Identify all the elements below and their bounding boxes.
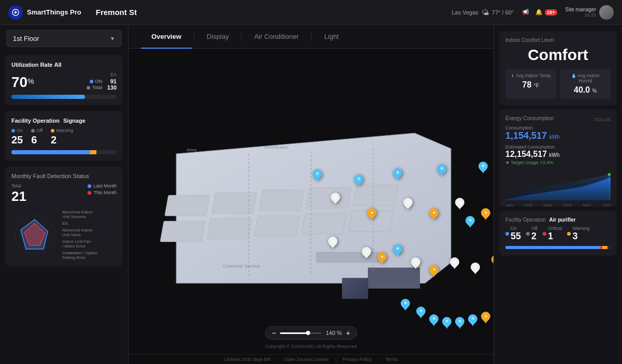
user-avatar[interactable] xyxy=(599,5,614,20)
tab-overview[interactable]: Overview xyxy=(141,25,192,49)
facility-op-right-card: Facility Operation Air purifier On 55 Of… xyxy=(499,211,617,255)
terms-link[interactable]: Terms xyxy=(385,357,398,362)
svg-text:Store: Store xyxy=(187,148,197,152)
main-layout: 1st Floor ▼ Utilization Rate All 70 % EA xyxy=(0,25,622,364)
off-dot xyxy=(31,129,35,133)
map-pin[interactable]: ❄ xyxy=(478,162,488,173)
energy-section-title: Energy Consumption xyxy=(505,115,554,121)
comfort-level: Comfort xyxy=(505,46,611,64)
on-dot xyxy=(11,129,15,133)
notification-area: 📢 🔔 29+ xyxy=(522,9,557,16)
tab-display[interactable]: Display xyxy=(196,25,239,49)
floor-select[interactable]: 1st Floor ▼ xyxy=(6,30,122,47)
svg-rect-15 xyxy=(165,195,210,216)
temp-value: 78 °F xyxy=(510,80,552,90)
floor-plan-svg: Customer Service Store Merchandise xyxy=(145,92,477,309)
map-pin[interactable]: ● xyxy=(481,208,490,220)
fop-off: Off 2 xyxy=(526,226,538,242)
chart-labels: JAN FEB MAR APR MAY JUN xyxy=(505,203,611,208)
zoom-fill xyxy=(280,332,307,334)
fop-on: On 55 xyxy=(505,226,521,242)
svg-rect-19 xyxy=(259,190,304,211)
map-pin[interactable]: ❄ xyxy=(468,314,477,326)
warning-dot xyxy=(51,129,54,133)
energy-card: Energy Consumption 2024.06 Consumption 1… xyxy=(499,109,617,207)
fop-critical-value: 1 xyxy=(548,231,562,242)
comfort-card: Indoor Comfort Level Comfort 🌡 Avg Indoo… xyxy=(499,31,617,105)
month-jan: JAN xyxy=(505,203,513,208)
copyright: Copyright © SAMSUNG All Rights Reserved xyxy=(265,344,357,349)
svg-text:Merchandise: Merchandise xyxy=(264,145,288,150)
fop-warning: Warning 3 xyxy=(567,226,589,242)
notification-badge: 29+ xyxy=(545,9,557,16)
map-area: Customer Service Store Merchandise ❄ ❄ xyxy=(129,49,493,352)
fop-critical: Critical 1 xyxy=(543,226,562,242)
last-month-label: Last Month xyxy=(93,183,117,188)
user-info: Site manager 10:20 xyxy=(566,5,614,20)
est-label: Estimated Consumption xyxy=(505,144,611,150)
map-pin[interactable]: ● xyxy=(481,312,490,324)
tab-divider-2 xyxy=(241,33,242,41)
tab-air-conditioner[interactable]: Air Conditioner xyxy=(244,25,309,49)
bar-warning-seg xyxy=(90,150,96,154)
bell-icon: 🔔 xyxy=(535,9,543,16)
user-time: 10:20 xyxy=(566,12,596,18)
privacy-link[interactable]: Privacy Policy xyxy=(343,357,372,362)
svg-marker-14 xyxy=(342,278,368,299)
zoom-level: 140 % xyxy=(326,330,342,336)
utilization-body: 70 % EA ON 91 Total 13 xyxy=(11,72,117,91)
svg-rect-21 xyxy=(306,187,351,208)
logo-icon xyxy=(8,5,23,20)
announcement-button[interactable]: 📢 xyxy=(522,9,529,16)
fop-warning-value: 3 xyxy=(572,231,589,242)
zoom-in-button[interactable]: + xyxy=(346,329,350,337)
utilization-fill xyxy=(11,95,85,99)
energy-date: 2024.06 xyxy=(593,117,611,122)
bar-on-seg xyxy=(505,246,600,249)
fop-on-dot xyxy=(505,232,509,236)
fop-on-value: 55 xyxy=(511,231,521,242)
header-right: Las Vegas 🌤 77° / 60° 📢 🔔 29+ Site manag… xyxy=(451,5,614,20)
svg-rect-23 xyxy=(353,185,398,206)
svg-rect-20 xyxy=(255,216,300,237)
map-pin[interactable]: ❄ xyxy=(429,314,439,326)
zoom-out-button[interactable]: − xyxy=(272,329,276,337)
user-role: Site manager xyxy=(566,7,596,12)
svg-rect-22 xyxy=(302,213,347,234)
right-sidebar: Indoor Comfort Level Comfort 🌡 Avg Indoo… xyxy=(493,25,622,364)
utilization-progress xyxy=(11,95,117,99)
app-name: SmartThings Pro xyxy=(27,8,81,16)
tab-divider-1 xyxy=(194,33,194,41)
legend-item-2: Etc. xyxy=(62,221,97,226)
comfort-section-title: Indoor Comfort Level xyxy=(505,37,611,43)
fop-critical-label: Critical xyxy=(548,226,562,231)
facility-operation-card: Facility Operation Signage On 25 Off xyxy=(5,111,123,161)
open-source-link[interactable]: Open Source License xyxy=(284,357,329,362)
weather-temp: 77° / 60° xyxy=(492,9,514,16)
comfort-humidity: 💧 Avg Indoor Humid 40.0 % xyxy=(560,69,611,99)
center-area: Overview Display Air Conditioner Light xyxy=(129,25,493,364)
megaphone-icon: 📢 xyxy=(522,9,529,16)
map-pin[interactable]: ❄ xyxy=(455,317,464,329)
legend-item-5: Installation / OptionSetting Error xyxy=(62,251,97,260)
tab-light[interactable]: Light xyxy=(314,25,349,49)
facility-warning: Warning 2 xyxy=(51,128,73,146)
svg-rect-16 xyxy=(160,221,205,242)
notification-button[interactable]: 🔔 29+ xyxy=(535,9,557,16)
map-pin[interactable]: ❄ xyxy=(442,317,451,329)
total-label: Total xyxy=(92,85,102,90)
this-month-label: This Month xyxy=(93,190,117,195)
on-dot xyxy=(90,80,93,83)
temp-label: 🌡 Avg Indoor Temp xyxy=(510,73,552,78)
legend-item-3: Abnormal IndoorUnit Valve xyxy=(62,228,97,237)
fop-warning-label: Warning xyxy=(572,226,589,231)
weather-info: Las Vegas 🌤 77° / 60° xyxy=(451,8,514,17)
month-apr: APR xyxy=(563,203,572,208)
map-pin[interactable]: ● xyxy=(491,255,493,267)
svg-rect-17 xyxy=(212,193,257,213)
left-sidebar: 1st Floor ▼ Utilization Rate All 70 % EA xyxy=(0,25,129,364)
zoom-slider[interactable] xyxy=(280,332,321,334)
est-value: 12,154,517 kWh xyxy=(505,150,611,159)
facility-off-value: 6 xyxy=(31,134,37,146)
utilization-card: Utilization Rate All 70 % EA ON 91 xyxy=(5,55,123,105)
